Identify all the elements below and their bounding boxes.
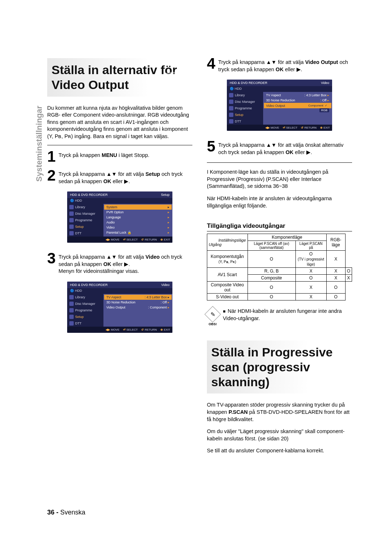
right-column: 4 Tryck på knapparna ▲▼ för att välja Vi… bbox=[207, 58, 352, 460]
title-text: Ställa in alternativ för Video Output bbox=[52, 62, 187, 92]
step-text: Tryck på knapparna ▲▼ för att välja Vide… bbox=[218, 59, 352, 73]
table-row: Komponentutgån(Y, Pʙ, Pʀ) O O(TV i progr… bbox=[207, 251, 352, 268]
table-row: AV1 Scart R, G, B X X O bbox=[207, 268, 352, 275]
pscan-cable-paragraph: Om du väljer "Läget progressiv skanning"… bbox=[207, 428, 352, 442]
title-text: Ställa in Progressive scan (progressiv s… bbox=[211, 345, 346, 389]
title-progressive-scan: Ställa in Progressive scan (progressiv s… bbox=[207, 340, 352, 393]
available-outputs-heading: Tillgängliga videoutgångar bbox=[207, 222, 352, 231]
step-number: 5 bbox=[207, 140, 215, 153]
note-icon: ✎ bbox=[204, 306, 221, 322]
obs-label: OBS! bbox=[207, 322, 218, 326]
osd-screenshot-setup: HDD & DVD RECORDERSetup 🔵 HDD LibraryDis… bbox=[67, 191, 172, 243]
component-mode-paragraph: I Komponent-läge kan du ställa in videou… bbox=[207, 169, 352, 190]
step-number: 1 bbox=[47, 150, 56, 164]
step-4: 4 Tryck på knapparna ▲▼ för att välja Vi… bbox=[207, 58, 352, 73]
step-text: Tryck på knappen MENU i läget Stopp. bbox=[58, 152, 149, 159]
step-number: 2 bbox=[47, 169, 56, 182]
left-column: Ställa in alternativ för Video Output Du… bbox=[47, 58, 192, 460]
step-3: 3 Tryck på knapparna ▲▼ för att välja Vi… bbox=[47, 253, 192, 275]
title-video-output: Ställa in alternativ för Video Output bbox=[47, 58, 192, 97]
separator bbox=[47, 145, 192, 145]
side-section-label: Systeminställningar bbox=[34, 106, 44, 182]
available-outputs-section: Tillgängliga videoutgångar Inställningsl… bbox=[207, 222, 352, 300]
step-2: 2 Tryck på knapparna ▲▼ för att välja Se… bbox=[47, 170, 192, 185]
step-number: 3 bbox=[47, 251, 56, 265]
step-5: 5 Tryck på knapparna ▲▼ för att välja ön… bbox=[207, 141, 352, 156]
intro-paragraph: Du kommer att kunna njuta av högkvalitat… bbox=[47, 105, 192, 140]
step-text: Tryck på knapparna ▲▼ för att välja önsk… bbox=[218, 142, 352, 156]
step-number: 4 bbox=[207, 57, 215, 70]
step-text: Tryck på knapparna ▲▼ för att välja Vide… bbox=[58, 254, 192, 275]
osd-screenshot-video-output-dropdown: HDD & DVD RECORDERVideo 🔵 HDD LibraryDis… bbox=[227, 80, 332, 131]
outputs-table: Inställningsläge Utgång Komponentläge RG… bbox=[207, 234, 352, 300]
pscan-intro-paragraph: Om TV-apparaten stöder progressiv skanni… bbox=[207, 401, 352, 423]
table-row: S-Video out O X O bbox=[207, 294, 352, 300]
osd-screenshot-video: HDD & DVD RECORDERVideo 🔵 HDD LibraryDis… bbox=[67, 282, 172, 333]
step-text: Tryck på knapparna ▲▼ för att välja Setu… bbox=[58, 171, 192, 185]
bullet-icon: ■ bbox=[223, 309, 225, 314]
pscan-connect-paragraph: Se till att du ansluter Component-kablar… bbox=[207, 447, 352, 455]
table-row: Composite Video out O X O bbox=[207, 282, 352, 294]
separator bbox=[207, 162, 352, 163]
hdmi-disconnected-paragraph: När HDMI-kabeln inte är ansluten är vide… bbox=[207, 195, 352, 209]
note-hdmi-connected: ✎ OBS! ■När HDMI-kabeln är ansluten fung… bbox=[207, 308, 352, 326]
page-footer: 36 - Svenska bbox=[47, 509, 85, 516]
step-1: 1 Tryck på knappen MENU i läget Stopp. bbox=[47, 151, 192, 164]
